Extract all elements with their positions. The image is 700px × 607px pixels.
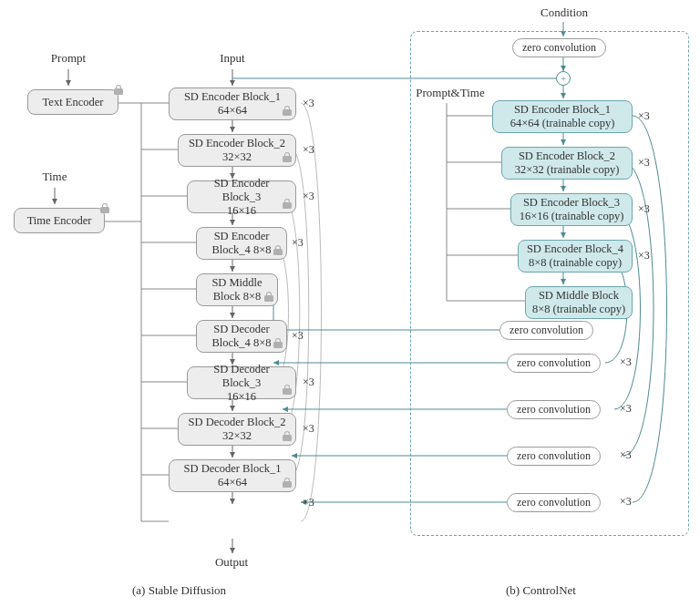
cn-zeroconv-top: zero convolution bbox=[512, 38, 606, 57]
text-encoder-block: Text Encoder bbox=[27, 89, 118, 115]
lock-icon bbox=[283, 106, 292, 116]
cn-enc2-l2: 32×32 (trainable copy) bbox=[515, 163, 620, 177]
sd-enc1-l2: 64×64 bbox=[218, 104, 247, 118]
lock-icon bbox=[273, 245, 283, 255]
sd-enc3-l1: SD Encoder Block_3 bbox=[193, 177, 290, 204]
text-encoder-label: Text Encoder bbox=[43, 96, 104, 109]
cn-enc1-l2: 64×64 (trainable copy) bbox=[510, 117, 615, 130]
caption-a: (a) Stable Diffusion bbox=[132, 583, 226, 598]
lock-icon bbox=[273, 338, 283, 348]
cn-enc4-l2: 8×8 (trainable copy) bbox=[529, 256, 622, 270]
mult-dec3: ×3 bbox=[303, 376, 314, 389]
sd-enc3: SD Encoder Block_3 16×16 bbox=[187, 180, 296, 213]
cn-enc4-l1: SD Encoder Block_4 bbox=[527, 242, 623, 256]
time-label: Time bbox=[35, 170, 75, 184]
lock-icon bbox=[100, 203, 109, 213]
cn-mult-z4: ×3 bbox=[620, 355, 632, 369]
lock-icon bbox=[283, 431, 292, 441]
mult-enc2: ×3 bbox=[303, 143, 314, 157]
cn-mult-enc4: ×3 bbox=[638, 249, 650, 262]
sd-enc4-l1: SD Encoder bbox=[214, 230, 270, 243]
sd-dec3-l2: 16×16 bbox=[227, 390, 256, 404]
sd-dec1: SD Decoder Block_1 64×64 bbox=[169, 459, 296, 492]
mult-dec1: ×3 bbox=[303, 496, 314, 509]
sd-dec2-l1: SD Decoder Block_2 bbox=[189, 416, 286, 429]
add-circle: + bbox=[556, 71, 571, 86]
sd-dec1-l2: 64×64 bbox=[218, 476, 247, 489]
time-encoder-label: Time Encoder bbox=[27, 214, 92, 228]
cn-enc3: SD Encoder Block_3 16×16 (trainable copy… bbox=[510, 193, 633, 226]
mult-enc4: ×3 bbox=[292, 236, 304, 250]
cn-mult-enc1: ×3 bbox=[638, 109, 650, 123]
cn-enc1-l1: SD Encoder Block_1 bbox=[514, 103, 611, 117]
mult-dec2: ×3 bbox=[303, 422, 314, 436]
input-label: Input bbox=[210, 51, 255, 66]
output-label: Output bbox=[206, 555, 257, 570]
cn-enc1: SD Encoder Block_1 64×64 (trainable copy… bbox=[492, 100, 633, 133]
cn-enc3-l2: 16×16 (trainable copy) bbox=[520, 210, 624, 223]
caption-b: (b) ControlNet bbox=[506, 583, 576, 598]
mult-enc3: ×3 bbox=[303, 190, 314, 203]
cn-zeroconv-1: zero convolution bbox=[507, 493, 601, 512]
sd-dec4-l2: Block_4 8×8 bbox=[211, 336, 271, 350]
cn-mult-z2: ×3 bbox=[620, 448, 632, 462]
sd-dec2-l2: 32×32 bbox=[222, 429, 252, 443]
cn-zeroconv-4: zero convolution bbox=[507, 354, 601, 373]
sd-dec2: SD Decoder Block_2 32×32 bbox=[178, 413, 296, 446]
sd-enc2: SD Encoder Block_2 32×32 bbox=[178, 134, 296, 167]
condition-label: Condition bbox=[532, 5, 596, 20]
sd-dec4-l1: SD Decoder bbox=[213, 323, 269, 336]
mult-dec4: ×3 bbox=[292, 329, 304, 343]
lock-icon bbox=[283, 199, 292, 209]
cn-zeroconv-mid: zero convolution bbox=[499, 321, 593, 340]
sd-enc2-l2: 32×32 bbox=[222, 150, 252, 164]
time-encoder-block: Time Encoder bbox=[14, 208, 105, 233]
cn-mult-z1: ×3 bbox=[620, 495, 632, 509]
prompt-label: Prompt bbox=[44, 51, 93, 66]
cn-zeroconv-3: zero convolution bbox=[507, 400, 601, 419]
cn-enc2: SD Encoder Block_2 32×32 (trainable copy… bbox=[501, 147, 633, 180]
lock-icon bbox=[264, 292, 273, 302]
lock-icon bbox=[114, 85, 123, 95]
cn-mid-l2: 8×8 (trainable copy) bbox=[532, 303, 625, 316]
lock-icon bbox=[283, 478, 292, 488]
cn-mid: SD Middle Block 8×8 (trainable copy) bbox=[525, 286, 633, 319]
cn-mid-l1: SD Middle Block bbox=[539, 289, 619, 303]
cn-mult-enc2: ×3 bbox=[638, 156, 650, 170]
cn-enc2-l1: SD Encoder Block_2 bbox=[519, 149, 615, 163]
sd-enc1-l1: SD Encoder Block_1 bbox=[184, 90, 281, 104]
sd-enc3-l2: 16×16 bbox=[227, 204, 256, 218]
sd-mid: SD Middle Block 8×8 bbox=[196, 273, 278, 306]
sd-dec4: SD Decoder Block_4 8×8 bbox=[196, 320, 287, 353]
sd-enc1: SD Encoder Block_1 64×64 bbox=[169, 87, 296, 120]
sd-dec1-l1: SD Decoder Block_1 bbox=[184, 462, 282, 476]
sd-enc4: SD Encoder Block_4 8×8 bbox=[196, 227, 287, 260]
sd-dec3: SD Decoder Block_3 16×16 bbox=[187, 366, 296, 399]
prompt-time-label: Prompt&Time bbox=[407, 86, 494, 100]
cn-zeroconv-2: zero convolution bbox=[507, 447, 601, 466]
sd-mid-l2: Block 8×8 bbox=[213, 290, 262, 304]
cn-mult-z3: ×3 bbox=[620, 402, 632, 416]
lock-icon bbox=[283, 152, 292, 162]
sd-dec3-l1: SD Decoder Block_3 bbox=[193, 363, 290, 390]
sd-mid-l1: SD Middle bbox=[211, 276, 262, 290]
cn-enc4: SD Encoder Block_4 8×8 (trainable copy) bbox=[518, 240, 633, 273]
sd-enc4-l2: Block_4 8×8 bbox=[211, 243, 271, 257]
sd-enc2-l1: SD Encoder Block_2 bbox=[189, 137, 285, 150]
lock-icon bbox=[283, 385, 292, 395]
cn-mult-enc3: ×3 bbox=[638, 202, 650, 216]
cn-enc3-l1: SD Encoder Block_3 bbox=[523, 196, 620, 210]
mult-enc1: ×3 bbox=[303, 97, 314, 110]
